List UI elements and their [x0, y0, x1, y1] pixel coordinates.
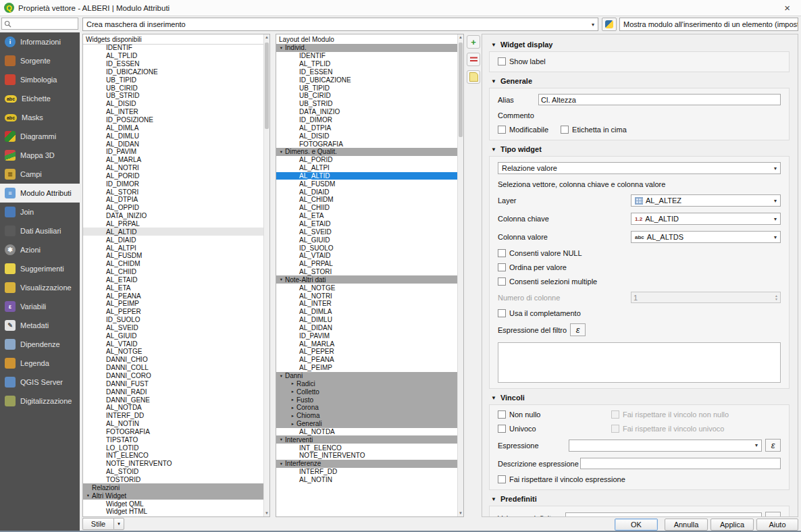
collapse-arrow-icon[interactable]: ▾	[276, 149, 285, 155]
form-layout-group[interactable]: ▸Radici	[276, 379, 457, 388]
available-widget-item[interactable]: DANNI_GENE	[83, 396, 263, 404]
available-widget-item[interactable]: AL_FUSDM	[83, 252, 263, 260]
sidebar-item-legenda[interactable]: Legenda	[0, 354, 80, 373]
scroll-down-icon[interactable]: ▼	[264, 510, 269, 516]
sidebar-item-azioni[interactable]: ✱Azioni	[0, 240, 80, 259]
collapse-arrow-icon[interactable]: ▾	[83, 493, 92, 498]
available-widget-item[interactable]: AL_NOTGE	[83, 348, 263, 356]
available-widget-group[interactable]: ▾Altri Widget	[83, 491, 263, 500]
available-widget-item[interactable]: INT_ELENCO	[83, 452, 263, 460]
available-widget-item[interactable]: AL_DISID	[83, 100, 263, 108]
apply-button[interactable]: Applica	[710, 518, 754, 531]
add-container-button[interactable]: +	[467, 35, 480, 49]
style-menu-button[interactable]: Stile ▾	[82, 518, 124, 530]
scrollbar-thumb[interactable]	[459, 43, 463, 137]
section-generale[interactable]: ▼ Generale	[491, 77, 790, 85]
enforce-expression-checkbox[interactable]: Fai rispettare il vincolo espressione	[498, 475, 781, 483]
available-widget-item[interactable]: AL_DIMLU	[83, 132, 263, 140]
available-widget-item[interactable]: UB_TIPID	[83, 76, 263, 84]
form-layout-item[interactable]: AL_INTER	[276, 300, 457, 308]
expand-arrow-icon[interactable]: ▸	[288, 381, 296, 386]
form-layout-item[interactable]: NOTE_INTERVENTO	[276, 452, 457, 460]
form-layout-item[interactable]: INT_ELENCO	[276, 444, 457, 452]
available-widget-item[interactable]: AL_OPPID	[83, 204, 263, 212]
sidebar-item-mappa-3d[interactable]: Mappa 3D	[0, 146, 80, 165]
form-layout-item[interactable]: FOTOGRAFIA	[276, 140, 457, 148]
sidebar-item-digitalizzazione[interactable]: Digitalizzazione	[0, 392, 80, 410]
form-layout-item[interactable]: AL_NOTRI	[276, 292, 457, 300]
sidebar-item-dati-ausiliari[interactable]: Dati Ausiliari	[0, 221, 80, 240]
checkbox-unchecked-icon[interactable]	[498, 425, 506, 433]
available-widget-item[interactable]: UB_STRID	[83, 92, 263, 100]
sidebar-item-modulo-attributi[interactable]: ≡Modulo Attributi	[0, 184, 80, 203]
form-layout-item[interactable]: AL_GIUID	[276, 236, 457, 244]
available-widget-item[interactable]: AL_NOTIN	[83, 420, 263, 428]
available-widget-item[interactable]: TOSTORID	[83, 476, 263, 484]
container-page-button[interactable]	[467, 70, 480, 84]
expression-builder-button[interactable]: ε	[765, 512, 781, 517]
section-predefiniti[interactable]: ▼ Predefiniti	[491, 495, 790, 503]
available-widget-item[interactable]: ID_DIMOR	[83, 180, 263, 188]
allow-null-checkbox[interactable]: Consenti valore NULL	[498, 249, 781, 257]
form-layout-item[interactable]: ID_DIMOR	[276, 116, 457, 124]
filter-expression-textarea[interactable]	[498, 342, 781, 383]
checkbox-unchecked-icon[interactable]	[561, 126, 569, 134]
form-layout-group[interactable]: ▸Colletto	[276, 388, 457, 396]
available-widget-item[interactable]: AL_CHIID	[83, 268, 263, 276]
available-widget-item[interactable]: AL_DIDAN	[83, 140, 263, 148]
available-widget-item[interactable]: AL_VTAID	[83, 340, 263, 348]
form-layout-group[interactable]: ▸Fusto	[276, 396, 457, 404]
python-init-button[interactable]	[602, 18, 617, 31]
remove-container-button[interactable]	[467, 53, 480, 66]
form-layout-group[interactable]: ▾Danni	[276, 372, 457, 380]
collapse-arrow-icon[interactable]: ▾	[276, 277, 285, 282]
available-widget-item[interactable]: FOTOGRAFIA	[83, 428, 263, 436]
available-widget-item[interactable]: Widget HTML	[83, 508, 263, 516]
sidebar-item-join[interactable]: Join	[0, 203, 80, 221]
collapse-arrow-icon[interactable]: ▾	[276, 437, 285, 442]
available-widget-item[interactable]: AL_DIMLA	[83, 124, 263, 132]
available-widget-item[interactable]: Widget QML	[83, 500, 263, 508]
expression-builder-button[interactable]: ε	[765, 439, 781, 452]
checkbox-checked-icon[interactable]	[498, 57, 506, 65]
form-layout-item[interactable]: UB_CIRID	[276, 92, 457, 100]
scrollbar-thumb[interactable]	[265, 43, 269, 129]
available-widget-item[interactable]: DANNI_RADI	[83, 388, 263, 396]
form-layout-item[interactable]: AL_ALTPI	[276, 164, 457, 172]
show-form-mode-select[interactable]: Mostra modulo all'inserimento di un elem…	[619, 18, 798, 31]
available-widget-item[interactable]: DANNI_FUST	[83, 379, 263, 388]
available-widget-item[interactable]: DANNI_CHIO	[83, 356, 263, 364]
form-layout-item[interactable]: AL_CHIID	[276, 204, 457, 212]
key-column-select[interactable]: 1.2 AL_ALTID ▾	[631, 213, 781, 225]
form-layout-item[interactable]: UB_TIPID	[276, 84, 457, 92]
checkbox-unchecked-icon[interactable]	[498, 263, 506, 271]
section-tipo-widget[interactable]: ▼ Tipo widget	[491, 145, 790, 153]
form-layout-item[interactable]: ID_UBICAZIONE	[276, 76, 457, 84]
section-vincoli[interactable]: ▼ Vincoli	[491, 394, 790, 402]
available-widget-item[interactable]: AL_PORID	[83, 172, 263, 180]
sidebar-item-variabili[interactable]: εVariabili	[0, 297, 80, 316]
available-widget-item[interactable]: LO_LOTID	[83, 444, 263, 452]
form-layout-item[interactable]: AL_ETA	[276, 212, 457, 220]
sidebar-item-visualizzazione[interactable]: Visualizzazione	[0, 278, 80, 297]
collapse-arrow-icon[interactable]: ▾	[276, 373, 285, 379]
search-input[interactable]	[1, 18, 78, 30]
layout-scrollbar[interactable]: ▲ ▼	[457, 34, 463, 516]
sidebar-item-etichette[interactable]: abcEtichette	[0, 89, 80, 108]
sidebar-item-diagrammi[interactable]: Diagrammi	[0, 127, 80, 146]
available-widget-group[interactable]: Relazioni	[83, 483, 263, 491]
form-editor-mode-select[interactable]: Crea maschera di inserimento ▾	[82, 18, 598, 31]
available-widget-item[interactable]: AL_NOTRI	[83, 164, 263, 172]
available-widget-item[interactable]: ID_UBICAZIONE	[83, 68, 263, 76]
form-layout-item[interactable]: AL_NOTIN	[276, 476, 457, 484]
available-widget-item[interactable]: IDENTIF	[83, 44, 263, 52]
scroll-up-icon[interactable]: ▲	[264, 34, 269, 41]
scroll-up-icon[interactable]: ▲	[458, 34, 463, 41]
available-widget-item[interactable]: AL_PRPAL	[83, 220, 263, 228]
form-layout-item[interactable]: AL_DIMLA	[276, 308, 457, 316]
form-layout-group[interactable]: ▾Note-Altri dati	[276, 275, 457, 284]
form-layout-item[interactable]: AL_NOTDA	[276, 428, 457, 436]
form-layout-item[interactable]: AL_DIDAN	[276, 324, 457, 332]
checkbox-unchecked-icon[interactable]	[498, 277, 506, 286]
available-widget-item[interactable]: AL_PEIMP	[83, 300, 263, 308]
